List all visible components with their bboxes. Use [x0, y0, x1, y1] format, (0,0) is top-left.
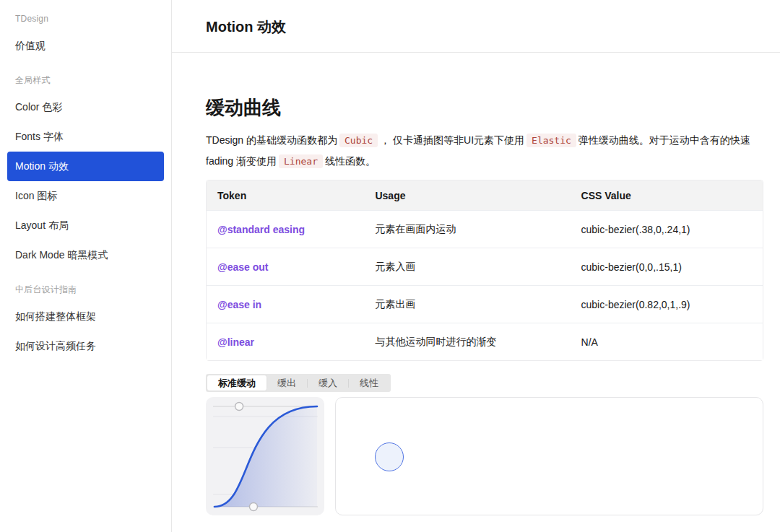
app-window: TDesign价值观全局样式Color 色彩Fonts 字体Motion 动效I… [0, 0, 780, 532]
animated-ball [375, 442, 404, 471]
usage-cell: 与其他运动同时进行的渐变 [364, 323, 570, 360]
usage-cell: 元素入画 [364, 248, 570, 285]
bezier-handle-top[interactable] [235, 403, 243, 411]
token-name: @standard easing [217, 224, 305, 235]
intro-paragraph: TDesign 的基础缓动函数都为Cubic， 仅卡通插图等非UI元素下使用El… [206, 130, 763, 172]
page-header: Motion 动效 [172, 0, 780, 53]
page-title: Motion 动效 [206, 18, 780, 35]
css-value-cell: cubic-bezier(0,0,.15,1) [571, 248, 763, 285]
column-header: CSS Value [571, 180, 763, 210]
usage-cell: 元素出画 [364, 285, 570, 323]
sidebar-item-build-framework[interactable]: 如何搭建整体框架 [7, 302, 164, 331]
animation-demo-panel [335, 397, 763, 515]
token-cell: @linear [207, 323, 364, 360]
table-row: @ease out元素入画cubic-bezier(0,0,.15,1) [207, 248, 763, 285]
code-chip: Cubic [339, 134, 378, 147]
table-header: TokenUsageCSS Value [207, 180, 763, 210]
sidebar-item-values[interactable]: 价值观 [7, 31, 164, 61]
sidebar-item-fonts[interactable]: Fonts 字体 [7, 122, 164, 152]
content-area: 缓动曲线 TDesign 的基础缓动函数都为Cubic， 仅卡通插图等非UI元素… [172, 95, 780, 515]
token-cell: @ease in [207, 285, 364, 323]
sidebar-nav: TDesign价值观全局样式Color 色彩Fonts 字体Motion 动效I… [0, 0, 172, 532]
css-value-cell: cubic-bezier(0.82,0,1,.9) [571, 285, 763, 323]
bezier-handle-bottom[interactable] [249, 503, 257, 511]
curve-fill [214, 406, 317, 507]
css-value-cell: cubic-bezier(.38,0,.24,1) [571, 210, 763, 248]
sidebar-item-color[interactable]: Color 色彩 [7, 92, 164, 122]
code-chip: Elastic [526, 134, 576, 147]
tab-ease-in[interactable]: 缓入 [308, 375, 348, 391]
sidebar-item-icon[interactable]: Icon 图标 [7, 181, 164, 211]
table-row: @standard easing元素在画面内运动cubic-bezier(.38… [207, 210, 763, 248]
section-heading: 缓动曲线 [206, 95, 763, 120]
sidebar-group-label: 全局样式 [7, 68, 164, 92]
usage-cell: 元素在画面内运动 [364, 210, 570, 248]
css-value-cell: N/A [571, 323, 763, 360]
sidebar-item-dark-mode[interactable]: Dark Mode 暗黑模式 [7, 240, 164, 270]
demo-panels [206, 397, 763, 515]
table-row: @linear与其他运动同时进行的渐变N/A [207, 323, 763, 360]
token-name: @linear [217, 336, 254, 348]
token-cell: @standard easing [207, 210, 364, 248]
token-name: @ease in [217, 299, 261, 310]
easing-token-table: TokenUsageCSS Value @standard easing元素在画… [206, 180, 763, 361]
main-content: Motion 动效 缓动曲线 TDesign 的基础缓动函数都为Cubic， 仅… [172, 0, 780, 532]
sidebar-item-design-tasks[interactable]: 如何设计高频任务 [7, 331, 164, 361]
bezier-curve-panel [206, 397, 324, 515]
easing-curve-chart [206, 397, 324, 515]
code-chip: Linear [279, 154, 323, 168]
easing-tabbar: 标准缓动缓出缓入线性 [206, 374, 391, 392]
tab-linear[interactable]: 线性 [349, 375, 389, 391]
sidebar-group-label: 中后台设计指南 [7, 277, 164, 302]
token-name: @ease out [217, 261, 268, 273]
sidebar-item-motion[interactable]: Motion 动效 [7, 152, 164, 181]
tab-standard[interactable]: 标准缓动 [207, 375, 266, 391]
column-header: Usage [364, 180, 570, 210]
column-header: Token [207, 180, 364, 210]
table-body: @standard easing元素在画面内运动cubic-bezier(.38… [207, 210, 763, 360]
token-cell: @ease out [207, 248, 364, 285]
table-row: @ease in元素出画cubic-bezier(0.82,0,1,.9) [207, 285, 763, 323]
sidebar-item-layout[interactable]: Layout 布局 [7, 211, 164, 240]
sidebar-group-label: TDesign [7, 6, 164, 31]
tab-ease-out[interactable]: 缓出 [266, 375, 307, 391]
